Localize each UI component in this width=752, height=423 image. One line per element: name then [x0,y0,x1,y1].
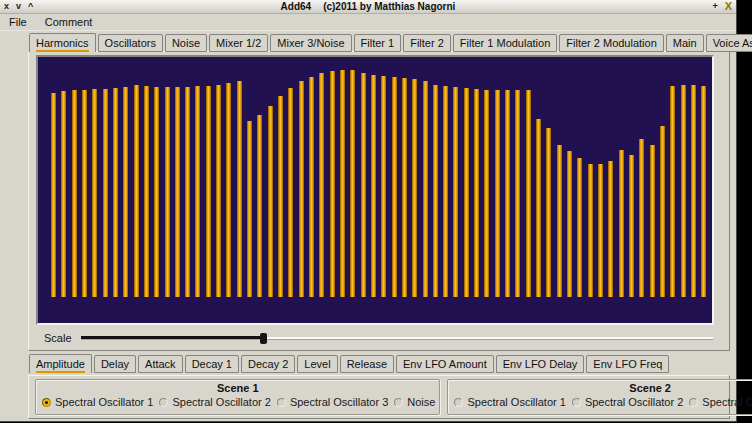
harmonic-bar-27[interactable] [319,73,324,297]
harmonic-bar-14[interactable] [185,87,190,297]
harmonic-bar-52[interactable] [577,158,582,297]
harmonic-bar-50[interactable] [557,145,562,297]
harmonic-bar-17[interactable] [216,85,221,297]
harmonic-bar-28[interactable] [330,71,335,297]
harmonic-bar-49[interactable] [546,128,551,297]
scene-1-radio-spectral-oscillator-1[interactable]: Spectral Oscillator 1 [42,396,153,408]
harmonic-bar-31[interactable] [361,73,366,297]
env-tab-env-lfo-delay[interactable]: Env LFO Delay [496,355,585,373]
titlebar-raise-button[interactable]: ^ [28,2,33,11]
harmonic-bar-26[interactable] [309,77,314,297]
harmonic-bar-47[interactable] [526,90,531,297]
scene-2-radio-spectral-oscillator-1[interactable]: Spectral Oscillator 1 [454,396,565,408]
tab-voice-assign[interactable]: Voice Assign [706,34,752,52]
harmonic-bar-63[interactable] [691,85,696,297]
harmonic-bar-2[interactable] [61,91,66,297]
titlebar-close-button[interactable]: x [4,2,9,11]
harmonic-bar-55[interactable] [608,161,613,297]
tab-mixer-3-noise[interactable]: Mixer 3/Noise [270,34,351,52]
tab-mixer-1-2[interactable]: Mixer 1/2 [209,34,268,52]
harmonic-bar-1[interactable] [51,93,56,297]
harmonic-bar-12[interactable] [165,87,170,297]
harmonic-bar-35[interactable] [402,78,407,297]
radio-button-icon[interactable] [454,398,463,407]
scene-1-radio-spectral-oscillator-3[interactable]: Spectral Oscillator 3 [277,396,388,408]
tab-filter-1[interactable]: Filter 1 [354,34,402,52]
harmonic-bar-19[interactable] [237,81,242,297]
scene-2-radio-spectral-oscillator-3[interactable]: Spectral Oscillator 3 [689,396,752,408]
env-tab-decay-1[interactable]: Decay 1 [185,355,239,373]
radio-button-icon[interactable] [159,398,168,407]
harmonic-bar-7[interactable] [113,88,118,297]
harmonic-bar-24[interactable] [288,88,293,297]
harmonic-bar-21[interactable] [257,115,262,297]
harmonic-bar-56[interactable] [619,150,624,297]
radio-button-icon[interactable] [689,398,698,407]
scene-1-radio-spectral-oscillator-2[interactable]: Spectral Oscillator 2 [159,396,270,408]
harmonic-bar-48[interactable] [536,119,541,297]
harmonic-bar-46[interactable] [515,90,520,297]
scale-slider-handle[interactable] [260,333,267,344]
harmonic-bar-8[interactable] [123,87,128,297]
harmonic-bar-40[interactable] [453,87,458,297]
harmonic-bar-57[interactable] [629,155,634,297]
harmonic-bar-61[interactable] [670,86,675,297]
harmonic-bar-33[interactable] [381,76,386,297]
scene-1-radio-noise[interactable]: Noise [394,396,435,408]
tab-filter-2-modulation[interactable]: Filter 2 Modulation [559,34,664,52]
harmonic-bar-64[interactable] [701,86,706,297]
env-tab-level[interactable]: Level [297,355,337,373]
menu-file[interactable]: File [7,15,29,29]
harmonic-bar-30[interactable] [350,70,355,297]
harmonic-bar-60[interactable] [660,126,665,297]
tab-noise[interactable]: Noise [165,34,207,52]
harmonic-bar-29[interactable] [340,70,345,297]
harmonic-bar-18[interactable] [226,83,231,297]
harmonics-chart[interactable] [36,55,714,325]
radio-button-icon[interactable] [277,398,286,407]
harmonic-bar-25[interactable] [299,81,304,297]
harmonic-bar-5[interactable] [92,89,97,297]
tab-oscillators[interactable]: Oscillators [98,34,163,52]
tab-main[interactable]: Main [666,34,704,52]
tab-harmonics[interactable]: Harmonics [29,33,96,52]
env-tab-release[interactable]: Release [340,355,394,373]
harmonic-bar-11[interactable] [154,87,159,297]
radio-button-icon[interactable] [572,398,581,407]
harmonic-bar-62[interactable] [681,85,686,297]
harmonic-bar-23[interactable] [278,96,283,297]
harmonic-bar-15[interactable] [195,86,200,297]
harmonic-bar-41[interactable] [464,88,469,297]
titlebar-lower-button[interactable]: v [16,2,21,11]
harmonic-bar-4[interactable] [82,90,87,297]
env-tab-decay-2[interactable]: Decay 2 [241,355,295,373]
harmonic-bar-9[interactable] [134,85,139,297]
radio-button-icon[interactable] [394,398,403,407]
harmonic-bar-53[interactable] [588,164,593,297]
harmonic-bar-42[interactable] [474,89,479,297]
harmonic-bar-22[interactable] [268,106,273,297]
harmonic-bar-32[interactable] [371,75,376,297]
harmonic-bar-13[interactable] [175,87,180,297]
harmonic-bar-54[interactable] [598,164,603,297]
harmonic-bar-16[interactable] [206,86,211,297]
harmonic-bar-43[interactable] [484,90,489,297]
harmonic-bar-45[interactable] [505,90,510,297]
titlebar[interactable]: xv^ Add64 (c)2011 by Matthias Nagorni +X [0,0,736,14]
harmonic-bar-59[interactable] [650,145,655,297]
harmonic-bar-37[interactable] [423,81,428,297]
titlebar-plus-button[interactable]: + [712,2,717,11]
scene-2-radio-spectral-oscillator-2[interactable]: Spectral Oscillator 2 [572,396,683,408]
menu-comment[interactable]: Comment [43,15,95,29]
harmonic-bar-38[interactable] [433,85,438,297]
env-tab-amplitude[interactable]: Amplitude [29,354,92,373]
harmonic-bar-44[interactable] [495,90,500,297]
scale-slider[interactable] [81,331,713,345]
harmonic-bar-39[interactable] [443,86,448,297]
harmonic-bar-3[interactable] [72,90,77,297]
env-tab-delay[interactable]: Delay [94,355,136,373]
harmonic-bar-10[interactable] [144,86,149,297]
tab-filter-1-modulation[interactable]: Filter 1 Modulation [453,34,558,52]
env-tab-attack[interactable]: Attack [138,355,183,373]
harmonic-bar-51[interactable] [567,151,572,297]
